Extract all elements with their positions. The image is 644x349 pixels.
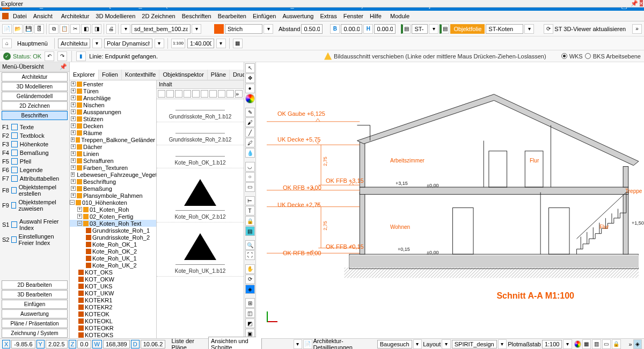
objektfolie-icon[interactable]: ▤ <box>440 24 449 34</box>
pan-icon[interactable]: ✋ <box>245 264 255 274</box>
nav-3d-modellieren[interactable]: 3D Modellieren <box>2 82 68 91</box>
menu-datei[interactable]: Datei <box>10 12 30 20</box>
hatch-name[interactable] <box>225 24 262 34</box>
menu-bearbeiten[interactable]: Bearbeiten <box>215 12 250 20</box>
explorer-tree[interactable]: +Fenster+Türen+Anschläge+Nischen+Ausspar… <box>70 80 157 338</box>
polar-dropdown[interactable]: ▾ <box>155 39 164 48</box>
color-wheel-icon[interactable] <box>245 94 255 103</box>
tree-node[interactable]: +Türen <box>70 87 156 94</box>
fkey-F5[interactable]: F5Pfeil <box>0 157 69 166</box>
bb-grid1-icon[interactable]: ▦ <box>582 339 591 349</box>
view-c-icon[interactable] <box>192 90 200 98</box>
fkey-F1[interactable]: F1Texte <box>0 123 69 131</box>
tree-leaf[interactable]: KOTEOKR <box>70 324 156 331</box>
tree-leaf[interactable]: Grundrisskote_Roh_2 <box>70 234 156 241</box>
preview-item[interactable]: Kote_Roh_UK_1.b12 <box>157 222 244 277</box>
scale-dropdown[interactable]: ▾ <box>216 39 226 48</box>
marker-icon[interactable]: ● <box>245 84 255 93</box>
tree-node[interactable]: +Räume <box>70 129 156 136</box>
tree-leaf[interactable]: KOTEKR1 <box>70 296 156 303</box>
undo-icon[interactable]: ↶ <box>45 51 54 61</box>
snap-c-icon[interactable]: ◩ <box>245 318 255 328</box>
skey-S2[interactable]: S2Einstellungen Freier Index <box>0 232 69 247</box>
tab-explorer[interactable]: Explorer <box>70 70 99 80</box>
menu-beschriften[interactable]: Beschriften <box>179 12 215 20</box>
menu-module[interactable]: Module <box>387 12 413 20</box>
st-dropdown[interactable]: ▾ <box>429 24 438 34</box>
st-icon[interactable]: ▤ <box>401 24 411 34</box>
tool-a-icon[interactable]: ◧ <box>81 24 91 34</box>
menu-hilfe[interactable]: Hilfe <box>367 12 385 20</box>
hatch-color-swatch[interactable] <box>214 24 224 34</box>
saveall-icon[interactable]: 🗄 <box>34 24 44 34</box>
bb-more[interactable]: » <box>628 341 632 347</box>
viewer-label[interactable]: ST 3D-Viewer aktualisieren <box>554 26 626 32</box>
nav-architektur[interactable]: Architektur <box>2 72 68 81</box>
nav-2d-zeichnen[interactable]: 2D Zeichnen <box>2 101 68 110</box>
view3d-icon[interactable]: ◈ <box>245 285 255 294</box>
redo-icon[interactable]: ↷ <box>57 51 67 61</box>
b-input[interactable] <box>341 24 362 34</box>
file-combo[interactable] <box>131 24 191 34</box>
bb-icon-1[interactable]: ▾ <box>294 339 302 349</box>
tree-leaf[interactable]: KOT_OKW <box>70 276 156 283</box>
view-more-icon[interactable]: » <box>235 90 243 98</box>
tree-leaf[interactable]: KOTEOK <box>70 310 156 317</box>
new-icon[interactable]: 📄 <box>2 24 12 34</box>
tree-node[interactable]: +Lebewesen_Fahrzeuge_Vegetation <box>70 171 156 178</box>
navb-zeichnung---system[interactable]: Zeichnung / System <box>2 329 68 338</box>
fkey-F7[interactable]: F7Attributtabellen <box>0 174 69 183</box>
tool-b-icon[interactable]: ◨ <box>92 24 101 34</box>
marker2-icon[interactable]: 🖊 <box>245 138 255 147</box>
view-grid-icon[interactable] <box>166 90 174 98</box>
skey-S1[interactable]: S1Auswahl Freier Index <box>0 217 69 232</box>
tree-leaf[interactable]: KOT_UKW <box>70 289 156 296</box>
cursor-icon[interactable]: ↖ <box>245 63 255 73</box>
navb-einfügen[interactable]: Einfügen <box>2 300 68 309</box>
tree-node[interactable]: +Treppen_Balkone_Geländer <box>70 136 156 143</box>
view-b-icon[interactable] <box>184 90 191 98</box>
polar-combo[interactable] <box>104 39 152 48</box>
pin-icon[interactable]: 📌 <box>60 63 67 70</box>
preview-item[interactable]: Grundrisskote_Roh_2.b12 <box>157 122 244 145</box>
file-dropdown[interactable]: ▾ <box>192 24 201 34</box>
open-icon[interactable]: 📂 <box>13 24 23 34</box>
tree-node[interactable]: +Farben_Texturen <box>70 164 156 171</box>
h-icon[interactable]: H <box>363 24 373 34</box>
fkey-F4[interactable]: F4Bemaßung <box>0 148 69 157</box>
tree-node[interactable]: +Stützen <box>70 115 156 122</box>
plan-combo[interactable]: Ansichten und Schnitte <box>208 337 262 350</box>
wks-radio[interactable] <box>561 53 567 59</box>
layer-icon[interactable]: ▤ <box>245 226 255 236</box>
tree-node-selected[interactable]: −03_Koten_Roh Text <box>70 220 156 227</box>
tree-node[interactable]: +Beschriftung <box>70 178 156 185</box>
tree-node[interactable]: +Bemaßung <box>70 185 156 192</box>
view-g-icon[interactable] <box>226 90 234 98</box>
tree-leaf[interactable]: Grundrisskote_Roh_1 <box>70 227 156 234</box>
tab-folien[interactable]: Folien <box>99 70 122 80</box>
tree-node[interactable]: +01_Koten_Roh <box>70 206 156 213</box>
tree-node[interactable]: +Dächer <box>70 143 156 150</box>
menu-extras[interactable]: Extras <box>317 12 340 20</box>
tree-leaf[interactable]: Kote_Roh_UK_2 <box>70 262 156 269</box>
view-list-icon[interactable] <box>158 90 165 98</box>
tree-node[interactable]: +Linien <box>70 150 156 157</box>
view-a-icon[interactable] <box>175 90 182 98</box>
print-icon[interactable]: 🖨 <box>106 24 116 34</box>
cut-icon[interactable]: ✂ <box>70 24 80 34</box>
fkey-F6[interactable]: F6Legende <box>0 166 69 174</box>
tree-node[interactable]: +Decken <box>70 122 156 129</box>
tree-leaf[interactable]: KOTEOKL <box>70 317 156 324</box>
tree-leaf[interactable]: Kote_Roh_OK_1 <box>70 241 156 248</box>
dim-icon[interactable]: ⊢ <box>245 196 255 206</box>
menu-2d zeichnen[interactable]: 2D Zeichnen <box>138 12 178 20</box>
baugesuch-combo[interactable]: Baugesuch <box>377 340 412 348</box>
save-icon[interactable]: 💾 <box>24 24 33 34</box>
circle-icon[interactable]: ○ <box>245 172 255 182</box>
menu-ansicht[interactable]: Ansicht <box>30 12 56 20</box>
tree-node[interactable]: +Anschläge <box>70 94 156 101</box>
menu-auswertung[interactable]: Auswertung <box>279 12 317 20</box>
fkey-F8[interactable]: F8Objektstempel erstellen <box>0 183 69 198</box>
nav-geländemodell[interactable]: Geländemodell <box>2 92 68 101</box>
fkey-F3[interactable]: F3Höhenkote <box>0 140 69 148</box>
